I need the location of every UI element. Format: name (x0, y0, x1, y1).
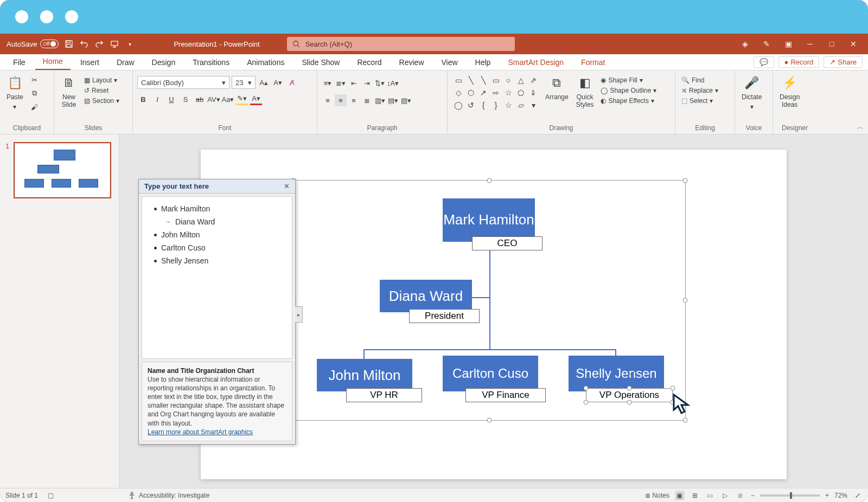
present-from-start-icon[interactable] (110, 39, 119, 49)
decrease-font-icon[interactable]: A▾ (272, 76, 284, 88)
tab-format[interactable]: Format (573, 55, 612, 70)
numbering-icon[interactable]: ≣▾ (335, 77, 347, 89)
list-item[interactable]: Mark Hamilton (161, 204, 210, 213)
italic-icon[interactable]: I (151, 93, 163, 105)
reset-button[interactable]: ↺ Reset (82, 86, 121, 95)
text-pane-collapse-icon[interactable]: ▸ (295, 306, 303, 323)
collapse-ribbon-icon[interactable]: ︿ (857, 123, 864, 132)
align-text-icon[interactable]: ▤▾ (387, 94, 399, 106)
qat-more-icon[interactable]: ▾ (125, 39, 135, 49)
dictate-button[interactable]: 🎤Dictate▾ (739, 74, 764, 112)
strike-icon[interactable]: ab (194, 93, 206, 105)
org-node-president[interactable]: Diana Ward (380, 280, 472, 312)
align-left-icon[interactable]: ≡ (322, 94, 334, 106)
pen-icon[interactable]: ✎ (762, 39, 771, 49)
section-button[interactable]: ▤ Section ▾ (82, 96, 121, 105)
list-item[interactable]: John Milton (161, 230, 200, 239)
tab-file[interactable]: File (5, 55, 33, 70)
record-button[interactable]: ● Record (778, 56, 820, 68)
justify-icon[interactable]: ≣ (361, 94, 373, 106)
tab-slideshow[interactable]: Slide Show (294, 55, 347, 70)
tab-transitions[interactable]: Transitions (185, 55, 237, 70)
org-node-ceo[interactable]: Mark Hamilton (443, 198, 535, 242)
text-pane-list[interactable]: Mark Hamilton →Diana Ward John Milton Ca… (142, 196, 292, 359)
org-title-president[interactable]: President (409, 309, 480, 323)
convert-smartart-icon[interactable]: ▧▾ (400, 94, 412, 106)
minimize-icon[interactable]: ─ (805, 39, 815, 49)
shape-textbox-icon[interactable]: ▭ (453, 75, 464, 86)
zoom-level[interactable]: 72% (834, 492, 847, 499)
text-direction-icon[interactable]: ↕A▾ (387, 77, 399, 89)
comments-button[interactable]: 💬 (754, 56, 774, 68)
cut-icon[interactable]: ✂ (29, 74, 41, 86)
search-box[interactable]: Search (Alt+Q) (287, 37, 515, 51)
format-painter-icon[interactable]: 🖌 (29, 101, 41, 113)
traffic-light-close[interactable] (15, 10, 28, 23)
font-name-combo[interactable]: Calibri (Body)▾ (137, 76, 229, 89)
org-title-vphr[interactable]: VP HR (346, 388, 422, 402)
share-button[interactable]: ↗ Share (824, 56, 863, 68)
close-icon[interactable]: ✕ (848, 39, 858, 49)
notes-button[interactable]: ≣ Notes (645, 492, 669, 499)
org-title-ceo[interactable]: CEO (472, 236, 542, 250)
tab-review[interactable]: Review (392, 55, 432, 70)
quick-styles-button[interactable]: ◧Quick Styles (574, 74, 596, 110)
undo-icon[interactable] (79, 39, 89, 49)
diamond-icon[interactable]: ◈ (740, 39, 750, 49)
arrange-button[interactable]: ⧉Arrange (543, 74, 571, 102)
normal-view-icon[interactable]: ▣ (675, 491, 685, 500)
accessibility-button[interactable]: Accessibility: Investigate (128, 492, 209, 499)
traffic-light-minimize[interactable] (40, 10, 53, 23)
reading-view-icon[interactable]: ▭ (705, 491, 715, 500)
autosave-toggle[interactable]: AutoSave Off (7, 40, 59, 48)
tab-help[interactable]: Help (468, 55, 499, 70)
window-mode-icon[interactable]: ▣ (783, 39, 793, 49)
font-color-icon[interactable]: A▾ (250, 93, 262, 105)
new-slide-button[interactable]: 🗎 New Slide (59, 74, 79, 110)
slideshow-view-icon[interactable]: ▷ (720, 491, 730, 500)
zoom-in-icon[interactable]: + (825, 492, 829, 499)
tab-view[interactable]: View (434, 55, 465, 70)
slide-thumbnail-1[interactable] (14, 142, 111, 198)
select-button[interactable]: ⬚ Select ▾ (680, 96, 720, 105)
org-node-vphr[interactable]: John Milton (317, 359, 412, 391)
shadow-icon[interactable]: S (180, 93, 192, 105)
font-size-combo[interactable]: 23▾ (232, 76, 256, 89)
decrease-indent-icon[interactable]: ⇤ (348, 77, 360, 89)
increase-indent-icon[interactable]: ⇥ (361, 77, 373, 89)
list-item[interactable]: Carlton Cuso (161, 243, 206, 252)
list-item[interactable]: Diana Ward (175, 217, 215, 226)
replace-button[interactable]: ⤭ Replace ▾ (680, 86, 720, 95)
tab-record[interactable]: Record (349, 55, 389, 70)
align-right-icon[interactable]: ≡ (348, 94, 360, 106)
tab-design[interactable]: Design (144, 55, 183, 70)
tab-animations[interactable]: Animations (239, 55, 292, 70)
rotate-handle-icon[interactable] (627, 366, 635, 374)
zoom-slider[interactable] (760, 494, 820, 497)
maximize-icon[interactable]: □ (827, 39, 837, 49)
fit-to-window-icon[interactable]: ⤢ (853, 491, 863, 500)
columns-icon[interactable]: ▥▾ (374, 94, 386, 106)
shape-effects-button[interactable]: ◐ Shape Effects ▾ (599, 96, 658, 105)
traffic-light-zoom[interactable] (65, 10, 78, 23)
list-item[interactable]: Shelly Jensen (161, 256, 208, 265)
line-spacing-icon[interactable]: ⇅▾ (374, 77, 386, 89)
bold-icon[interactable]: B (137, 93, 149, 105)
slide-layout-icon[interactable]: ▢ (46, 491, 55, 500)
presenter-view-icon[interactable]: ⎚ (736, 491, 745, 500)
design-ideas-button[interactable]: ⚡Design Ideas (777, 74, 802, 110)
align-center-icon[interactable]: ≡ (335, 94, 347, 106)
char-spacing-icon[interactable]: AV▾ (208, 93, 220, 105)
bullets-icon[interactable]: ≡▾ (322, 77, 334, 89)
shape-fill-button[interactable]: ◉ Shape Fill ▾ (599, 76, 658, 85)
shapes-gallery[interactable]: ▭╲╲▭○△⇗ ◇⬡↗⇨☆⬠⇓ ◯↺{}☆▱▾ (452, 74, 540, 112)
tab-insert[interactable]: Insert (73, 55, 107, 70)
copy-icon[interactable]: ⧉ (29, 87, 41, 99)
org-node-vpops[interactable]: Shelly Jensen (569, 356, 664, 391)
clear-format-icon[interactable]: A̸ (286, 76, 298, 88)
sorter-view-icon[interactable]: ⊞ (690, 491, 700, 500)
org-title-vpfinance[interactable]: VP Finance (465, 388, 546, 402)
increase-font-icon[interactable]: A▴ (258, 76, 270, 88)
learn-more-link[interactable]: Learn more about SmartArt graphics (148, 428, 253, 436)
change-case-icon[interactable]: Aa▾ (222, 93, 234, 105)
